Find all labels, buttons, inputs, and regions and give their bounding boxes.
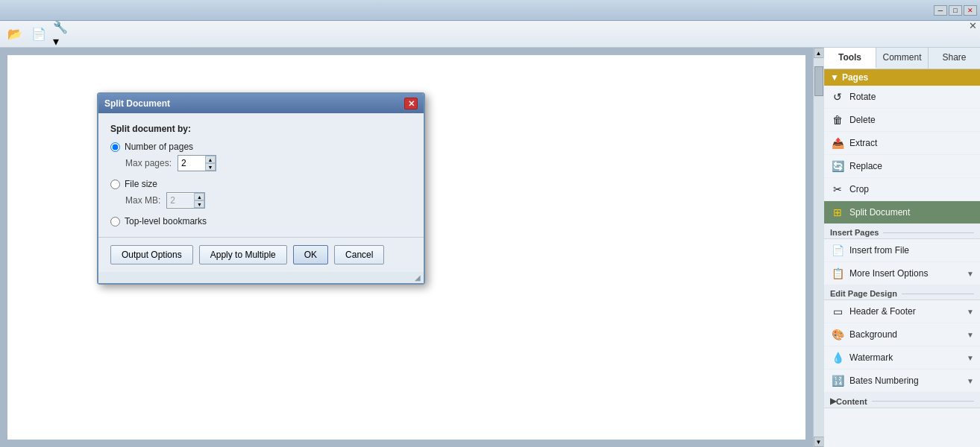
number-of-pages-radio[interactable]	[110, 142, 120, 152]
max-mb-spinner[interactable]: ▲ ▼	[166, 192, 205, 209]
watermark-label: Watermark	[849, 352, 893, 363]
content-area: Split Document ✕ Split document by: Numb…	[0, 48, 813, 447]
close-button[interactable]: ✕	[964, 5, 977, 16]
tab-tools[interactable]: Tools	[824, 48, 876, 69]
number-of-pages-option: Number of pages Max pages: 2 ▲ ▼	[110, 142, 412, 171]
header-footer-left: ▭ Header & Footer	[830, 304, 916, 319]
dialog-footer: Output Options Apply to Multiple OK Canc…	[98, 237, 424, 272]
more-insert-options-arrow: ▼	[967, 270, 974, 278]
max-pages-label: Max pages:	[125, 158, 172, 168]
file-size-radio[interactable]	[110, 180, 120, 189]
split-document-label: Split Document	[849, 207, 910, 218]
max-mb-spin-buttons[interactable]: ▲ ▼	[194, 193, 204, 208]
number-of-pages-radio-item[interactable]: Number of pages	[110, 142, 412, 152]
new-button[interactable]: 📄	[28, 25, 49, 44]
toolbar: 📂 📄 🔧▾	[0, 21, 980, 48]
more-insert-options-left: 📋 More Insert Options	[830, 266, 928, 281]
split-document-dialog: Split Document ✕ Split document by: Numb…	[97, 92, 425, 285]
max-mb-label: Max MB:	[125, 195, 160, 206]
content-section-header[interactable]: ▶ Content	[824, 393, 980, 408]
max-pages-input[interactable]: 2	[178, 156, 205, 170]
title-bar: ─ □ ✕	[0, 0, 980, 21]
max-mb-down-button[interactable]: ▼	[194, 200, 204, 208]
max-pages-down-button[interactable]: ▼	[205, 163, 216, 171]
minimize-button[interactable]: ─	[934, 5, 947, 16]
pages-header-arrow: ▼	[830, 72, 839, 83]
split-options-group: Number of pages Max pages: 2 ▲ ▼	[110, 142, 412, 226]
tab-share[interactable]: Share	[929, 48, 980, 69]
content-header-label: Content	[836, 397, 867, 406]
max-mb-up-button[interactable]: ▲	[194, 193, 204, 200]
cancel-button[interactable]: Cancel	[334, 245, 384, 264]
replace-label: Replace	[849, 161, 882, 171]
more-insert-options-label: More Insert Options	[849, 268, 928, 279]
apply-to-multiple-button[interactable]: Apply to Multiple	[199, 245, 287, 264]
panel-tabs: Tools Comment Share	[824, 48, 980, 69]
header-footer-item[interactable]: ▭ Header & Footer ▼	[824, 300, 980, 323]
insert-pages-section-header: Insert Pages	[824, 224, 980, 239]
ok-button[interactable]: OK	[293, 245, 328, 264]
crop-item[interactable]: ✂ Crop	[824, 178, 980, 201]
bates-numbering-left: 🔢 Bates Numbering	[830, 373, 919, 388]
tools-dropdown-button[interactable]: 🔧▾	[52, 25, 73, 44]
background-item[interactable]: 🎨 Background ▼	[824, 323, 980, 346]
split-by-label: Split document by:	[110, 124, 412, 134]
crop-icon: ✂	[830, 182, 845, 197]
header-footer-arrow: ▼	[967, 308, 974, 316]
more-insert-options-item[interactable]: 📋 More Insert Options ▼	[824, 262, 980, 285]
more-insert-options-icon: 📋	[830, 266, 845, 281]
insert-from-file-label: Insert from File	[849, 245, 909, 256]
insert-from-file-item[interactable]: 📄 Insert from File	[824, 239, 980, 262]
top-level-bookmarks-radio-item[interactable]: Top-level bookmarks	[110, 216, 412, 226]
rotate-item[interactable]: ↺ Rotate	[824, 86, 980, 109]
scrollbar-up-button[interactable]: ▲	[814, 48, 824, 58]
dialog-close-button[interactable]: ✕	[404, 98, 418, 110]
window-controls[interactable]: ─ □ ✕	[934, 5, 977, 16]
window-close-x[interactable]: ✕	[969, 21, 977, 31]
output-options-button[interactable]: Output Options	[110, 245, 193, 264]
bates-numbering-label: Bates Numbering	[849, 375, 919, 386]
tab-comment[interactable]: Comment	[876, 48, 929, 69]
watermark-arrow: ▼	[967, 354, 974, 362]
bates-numbering-item[interactable]: 🔢 Bates Numbering ▼	[824, 370, 980, 393]
crop-label: Crop	[849, 184, 869, 194]
dialog-title: Split Document	[104, 98, 170, 109]
background-label: Background	[849, 329, 897, 340]
watermark-icon: 💧	[830, 350, 845, 365]
background-left: 🎨 Background	[830, 327, 897, 342]
max-pages-up-button[interactable]: ▲	[205, 156, 216, 163]
scrollbar-thumb[interactable]	[814, 66, 823, 96]
replace-icon: 🔄	[830, 159, 845, 174]
maximize-button[interactable]: □	[949, 5, 962, 16]
background-arrow: ▼	[967, 331, 974, 339]
scrollbar-track[interactable]	[814, 58, 824, 437]
scrollbar-down-button[interactable]: ▼	[814, 437, 824, 447]
vertical-scrollbar[interactable]: ▲ ▼	[813, 48, 823, 447]
watermark-item[interactable]: 💧 Watermark ▼	[824, 346, 980, 370]
insert-pages-header-label: Insert Pages	[830, 228, 879, 237]
replace-item[interactable]: 🔄 Replace	[824, 155, 980, 178]
file-size-option: File size Max MB: ▲ ▼	[110, 179, 412, 209]
open-button[interactable]: 📂	[4, 25, 25, 44]
edit-page-design-header-label: Edit Page Design	[830, 289, 897, 298]
max-pages-spinner[interactable]: 2 ▲ ▼	[178, 155, 216, 171]
max-pages-spin-buttons[interactable]: ▲ ▼	[205, 156, 216, 171]
top-level-bookmarks-radio[interactable]	[110, 217, 120, 226]
max-mb-input[interactable]	[167, 194, 194, 207]
max-mb-field: Max MB: ▲ ▼	[125, 192, 412, 209]
extract-label: Extract	[849, 138, 877, 148]
top-level-bookmarks-label: Top-level bookmarks	[125, 216, 207, 226]
right-panel: Tools Comment Share ▼ Pages ↺ Rotate 🗑 D…	[823, 48, 980, 447]
delete-item[interactable]: 🗑 Delete	[824, 109, 980, 132]
split-document-item[interactable]: ⊞ Split Document	[824, 201, 980, 224]
delete-icon: 🗑	[830, 112, 845, 127]
dialog-resize-handle[interactable]: ◢	[98, 272, 424, 283]
dialog-body: Split document by: Number of pages Max p…	[98, 113, 424, 237]
file-size-label: File size	[125, 179, 157, 189]
number-of-pages-label: Number of pages	[125, 142, 193, 152]
file-size-radio-item[interactable]: File size	[110, 179, 412, 189]
extract-item[interactable]: 📤 Extract	[824, 132, 980, 155]
insert-from-file-icon: 📄	[830, 243, 845, 258]
rotate-label: Rotate	[849, 92, 876, 102]
delete-label: Delete	[849, 115, 876, 125]
